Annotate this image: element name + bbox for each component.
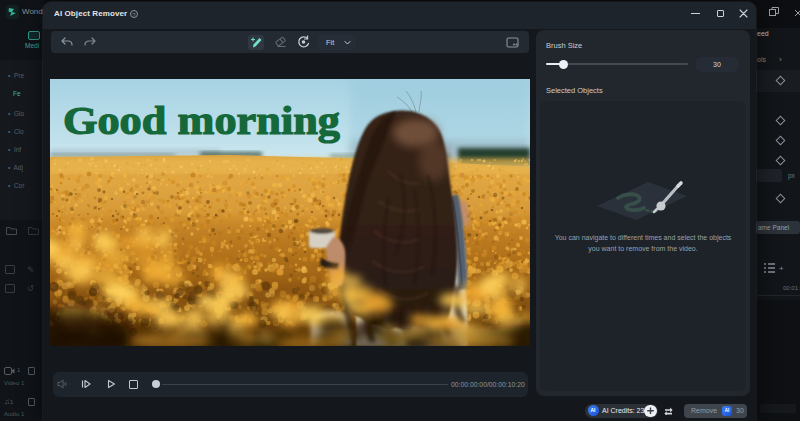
- svg-text:Good morning: Good morning: [63, 98, 340, 143]
